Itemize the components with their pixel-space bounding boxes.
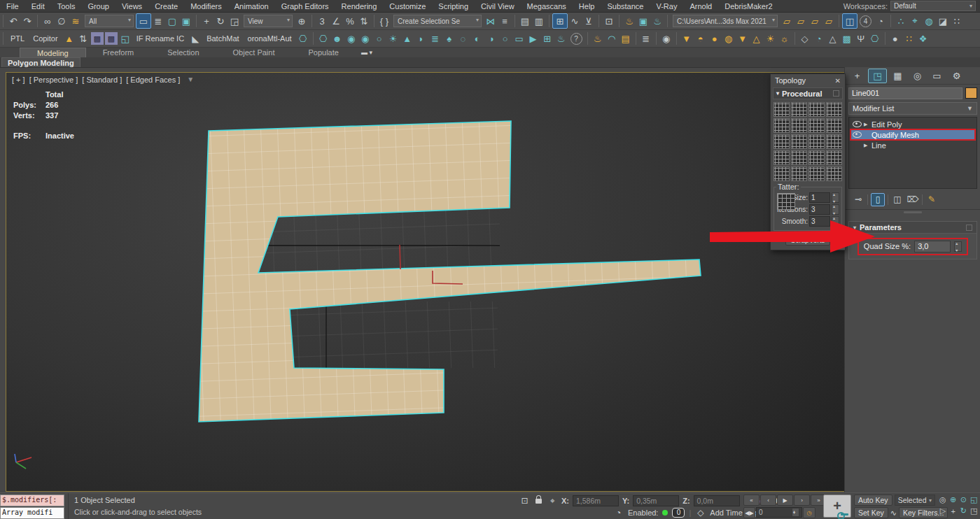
- zoom-region-icon[interactable]: ◱: [969, 495, 979, 505]
- menu-item[interactable]: Modifiers: [184, 2, 228, 10]
- help-circle-icon[interactable]: ?: [570, 33, 582, 45]
- folder-script-icon[interactable]: ▱: [822, 14, 836, 28]
- previous-frame-button[interactable]: ‹: [760, 495, 776, 506]
- menu-item[interactable]: Megascans: [521, 2, 573, 10]
- snap-toggle-3d-icon[interactable]: 3: [315, 14, 329, 28]
- select-by-name-icon[interactable]: ≣: [151, 14, 165, 28]
- corner-shape-icon[interactable]: ◣: [188, 31, 202, 45]
- sun-icon[interactable]: ☀: [386, 31, 400, 45]
- viewport-render-style-menu[interactable]: [ Standard ]: [82, 76, 122, 84]
- spinner-control[interactable]: [792, 508, 799, 517]
- pin-marker-icon[interactable]: ❖: [916, 31, 930, 45]
- menu-item[interactable]: Customize: [383, 2, 432, 10]
- select-and-link-icon[interactable]: ∞: [41, 14, 55, 28]
- maxscript-listener-icon[interactable]: ◔: [613, 507, 624, 518]
- default-in-out-tangents-icon[interactable]: ∿: [890, 509, 897, 518]
- ribbon-tab-selection[interactable]: Selection: [150, 48, 216, 57]
- stack-row-edit-poly[interactable]: ▶ Edit Poly: [850, 119, 975, 129]
- spinner-control[interactable]: [954, 241, 962, 252]
- light-bulb-icon[interactable]: ○: [372, 31, 386, 45]
- separator[interactable]: [374, 15, 374, 27]
- topology-pattern-thumbnail[interactable]: [791, 118, 807, 133]
- curve-editor-icon[interactable]: ∿: [568, 14, 582, 28]
- open-folder-icon[interactable]: ▱: [794, 14, 808, 28]
- separator[interactable]: [3, 32, 4, 45]
- object-color-swatch[interactable]: [965, 87, 977, 99]
- tatter-size-field[interactable]: 1: [809, 192, 830, 203]
- utilities-tab[interactable]: ⚙: [948, 69, 965, 83]
- separator[interactable]: [196, 15, 197, 27]
- arc-tool-icon[interactable]: ◠: [605, 31, 619, 45]
- unlink-selection-icon[interactable]: ∅: [55, 14, 69, 28]
- topology-pattern-thumbnail[interactable]: [774, 150, 790, 165]
- separator[interactable]: [890, 15, 891, 27]
- play-button[interactable]: ▶: [777, 495, 793, 506]
- menu-item[interactable]: Create: [148, 2, 184, 10]
- modifier-list-dropdown[interactable]: Modifier List ▼: [848, 102, 977, 115]
- batchmat-button[interactable]: BatchMat: [202, 31, 243, 45]
- select-and-rotate-icon[interactable]: ↻: [214, 14, 227, 28]
- x-coordinate-field[interactable]: 1,586m: [573, 495, 619, 506]
- menu-item[interactable]: DebrisMaker2: [718, 2, 778, 10]
- schematic-view-icon[interactable]: ⊻: [582, 14, 596, 28]
- camera-add-icon[interactable]: ◉: [358, 31, 372, 45]
- menu-item[interactable]: Graph Editors: [275, 2, 335, 10]
- rename-id-button[interactable]: IF Rename IC: [132, 31, 188, 45]
- transform-pyramid-icon[interactable]: ▲: [62, 31, 76, 45]
- project-folder-dropdown[interactable]: C:\Users\Ant...3ds Max 2021: [673, 15, 778, 27]
- geosphere-light-icon[interactable]: ◍: [722, 31, 736, 45]
- time-configuration-icon[interactable]: ◷: [803, 507, 816, 518]
- camera-icon[interactable]: ◉: [344, 31, 358, 45]
- stack-row-quadify-mesh[interactable]: Quadify Mesh: [850, 129, 975, 140]
- tatter-iterations-field[interactable]: 3: [809, 204, 830, 215]
- create-tab[interactable]: +: [848, 69, 866, 83]
- grid-small-icon[interactable]: ∷: [950, 14, 964, 28]
- autosave-icon[interactable]: ◫: [842, 13, 858, 29]
- viewport-shading-menu[interactable]: [ Edged Faces ]: [126, 76, 180, 84]
- topology-pattern-thumbnail[interactable]: [791, 150, 807, 165]
- menu-item[interactable]: Tools: [51, 2, 82, 10]
- pin-stack-icon[interactable]: ⊸: [852, 194, 864, 206]
- topology-pattern-thumbnail[interactable]: [826, 166, 842, 181]
- align-icon[interactable]: ≡: [498, 14, 512, 28]
- ribbon-tab-populate[interactable]: Populate: [291, 48, 355, 57]
- reference-coordinate-dropdown[interactable]: View: [244, 15, 293, 27]
- separator[interactable]: [549, 15, 550, 27]
- separator[interactable]: [794, 32, 795, 45]
- rectangle-tool-icon[interactable]: ▭: [512, 31, 526, 45]
- visibility-eye-icon[interactable]: [853, 121, 862, 127]
- menu-item[interactable]: File: [0, 2, 25, 10]
- panels-grid-icon[interactable]: ▩: [840, 31, 854, 45]
- visibility-eye-icon[interactable]: [853, 131, 862, 138]
- perspective-viewport[interactable]: [ + ][ Perspective ][ Standard ][ Edged …: [6, 72, 845, 492]
- selection-set-dropdown[interactable]: Selected ▾: [895, 495, 935, 506]
- separator[interactable]: [37, 15, 38, 27]
- scene-cleaner-icon[interactable]: ◪: [936, 14, 950, 28]
- separator[interactable]: [587, 32, 588, 45]
- time-tag-cube-icon[interactable]: ◇: [695, 507, 706, 518]
- separator[interactable]: [922, 194, 923, 205]
- isolate-toggles-icon[interactable]: ∴: [894, 14, 908, 28]
- topology-pattern-thumbnail[interactable]: [774, 118, 790, 133]
- video-panel-icon[interactable]: ▶: [526, 31, 540, 45]
- zoom-extents-icon[interactable]: ⊙: [959, 495, 969, 505]
- polygon-modeling-panel-tab[interactable]: Polygon Modeling: [1, 57, 80, 67]
- separator[interactable]: [3, 15, 4, 27]
- box-lister-icon[interactable]: ▤: [619, 31, 633, 45]
- grass-icon[interactable]: Ψ: [854, 31, 868, 45]
- ribbon-tab-freeform[interactable]: Freeform: [86, 48, 151, 57]
- redo-icon[interactable]: ↷: [20, 14, 34, 28]
- display-tab[interactable]: ▭: [928, 69, 946, 83]
- topology-pattern-thumbnail[interactable]: [808, 150, 825, 165]
- current-frame-field[interactable]: 0: [756, 507, 802, 518]
- filter-funnel-icon[interactable]: ▼: [187, 76, 194, 84]
- separator[interactable]: [867, 194, 868, 205]
- spinner-snap-icon[interactable]: ⇅: [357, 14, 371, 28]
- layers-stack-icon[interactable]: ◐: [470, 31, 484, 45]
- modify-tab[interactable]: ◳: [868, 69, 887, 83]
- palette-icon[interactable]: ◑: [484, 31, 498, 45]
- sun-light-icon[interactable]: ☀: [764, 31, 778, 45]
- render-production-icon[interactable]: ♨: [650, 14, 664, 28]
- topology-pattern-thumbnail[interactable]: [774, 166, 790, 181]
- four-dots-icon[interactable]: ∷: [902, 31, 916, 45]
